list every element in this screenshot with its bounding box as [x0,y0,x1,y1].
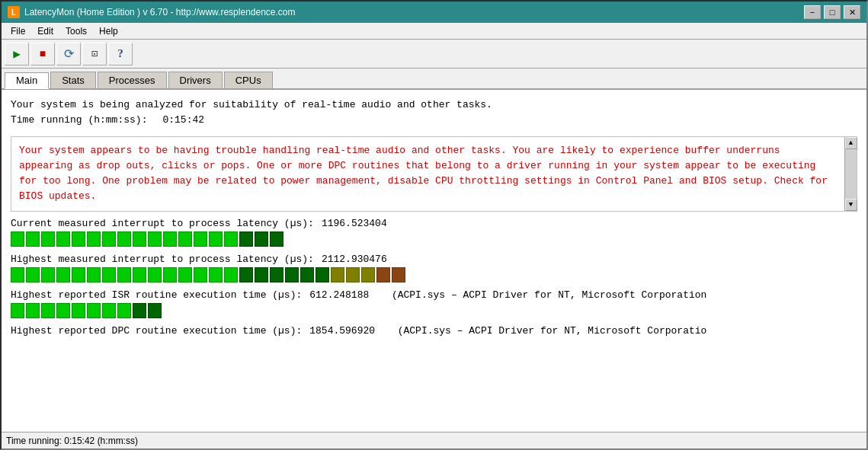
scroll-track[interactable] [845,149,857,199]
help-icon: ? [117,47,123,60]
menu-tools[interactable]: Tools [59,23,93,39]
maximize-button[interactable]: □ [824,5,841,19]
metric-label-row-isr: Highest reported ISR routine execution t… [11,289,857,301]
seg [87,231,101,247]
metric-value-current: 1196.523404 [322,218,387,229]
window-title: LatencyMon (Home Edition ) v 6.70 - http… [24,7,296,18]
seg [87,267,101,282]
seg [224,231,238,247]
seg [26,231,40,247]
seg [117,231,131,247]
scroll-up-button[interactable]: ▲ [845,137,857,149]
seg [72,231,85,247]
metric-row-isr: Highest reported ISR routine execution t… [11,289,857,319]
metric-label-row-dpc: Highest reported DPC routine execution t… [11,325,857,337]
seg [26,267,40,282]
seg [117,303,131,318]
seg [56,231,70,247]
seg [270,267,283,282]
seg [209,231,223,247]
seg [102,267,116,282]
metrics-section: Current measured interrupt to process la… [11,218,857,424]
warning-box: Your system appears to be having trouble… [11,136,857,212]
tab-cpus[interactable]: CPUs [224,72,273,88]
refresh-icon: ⟳ [64,46,74,62]
metric-label-row-current: Current measured interrupt to process la… [11,218,857,229]
seg [239,231,253,247]
seg [255,231,268,247]
seg [11,231,24,247]
close-button[interactable]: ✕ [844,5,860,19]
tab-processes[interactable]: Processes [98,72,167,88]
progress-segments-current [11,231,283,247]
minimize-button[interactable]: − [804,5,821,19]
tab-bar: Main Stats Processes Drivers CPUs [2,69,866,90]
menu-edit[interactable]: Edit [31,23,59,39]
menu-help[interactable]: Help [93,23,124,39]
time-row: Time running (h:mm:ss): 0:15:42 [11,113,857,128]
seg [239,267,253,282]
tab-stats[interactable]: Stats [50,72,96,88]
content-area: Your system is being analyzed for suitab… [2,90,866,432]
title-bar-left: L LatencyMon (Home Edition ) v 6.70 - ht… [8,6,296,18]
seg [11,303,24,318]
seg [346,267,360,282]
seg [148,231,162,247]
help-button[interactable]: ? [108,43,133,65]
seg [178,267,192,282]
seg [72,267,85,282]
progress-bar-isr [11,302,857,319]
metric-value-highest: 2112.930476 [322,254,387,265]
seg [163,267,177,282]
seg [209,267,223,282]
warning-text: Your system appears to be having trouble… [19,143,849,205]
seg [194,231,207,247]
refresh-button[interactable]: ⟳ [56,43,81,65]
seg [102,231,116,247]
menu-bar: File Edit Tools Help [2,23,866,40]
metric-extra-isr: (ACPI.sys – ACPI Driver for NT, Microsof… [380,289,706,301]
metric-value-dpc: 1854.596920 [309,325,375,337]
stop-icon: ■ [40,48,46,60]
seg [300,267,314,282]
seg [331,267,344,282]
window-icon: ⊡ [91,47,98,60]
progress-bar-highest [11,266,857,283]
window-button[interactable]: ⊡ [82,43,107,65]
play-button[interactable]: ▶ [5,43,29,65]
menu-file[interactable]: File [5,23,31,39]
progress-segments-highest [11,267,405,282]
seg [285,267,299,282]
seg [163,231,177,247]
warning-scrollbar: ▲ ▼ [844,137,857,211]
metric-label-current: Current measured interrupt to process la… [11,218,314,229]
seg [26,303,40,318]
seg [376,267,390,282]
metric-label-isr: Highest reported ISR routine execution t… [11,289,302,301]
stop-button[interactable]: ■ [30,43,55,65]
seg [361,267,375,282]
seg [133,267,146,282]
metric-value-isr: 612.248188 [309,289,369,301]
metric-extra-dpc: (ACPI.sys – ACPI Driver for NT, Microsof… [386,325,706,337]
seg [72,303,85,318]
tab-drivers[interactable]: Drivers [168,72,223,88]
metric-label-highest: Highest measured interrupt to process la… [11,254,314,265]
app-icon: L [8,6,20,18]
seg [102,303,116,318]
scroll-down-button[interactable]: ▼ [845,199,857,211]
status-bar-text: Time running: 0:15:42 (h:mm:ss) [6,436,138,446]
metric-row-current: Current measured interrupt to process la… [11,218,857,247]
tab-main[interactable]: Main [5,72,49,89]
seg [224,267,238,282]
toolbar: ▶ ■ ⟳ ⊡ ? [2,40,866,69]
title-bar: L LatencyMon (Home Edition ) v 6.70 - ht… [2,2,866,23]
metric-row-dpc: Highest reported DPC routine execution t… [11,325,857,337]
seg [117,267,131,282]
seg [315,267,329,282]
window-controls: − □ ✕ [804,5,860,19]
progress-segments-isr [11,303,162,318]
main-panel: Your system is being analyzed for suitab… [2,90,866,432]
metric-row-highest: Highest measured interrupt to process la… [11,254,857,283]
seg [392,267,405,282]
